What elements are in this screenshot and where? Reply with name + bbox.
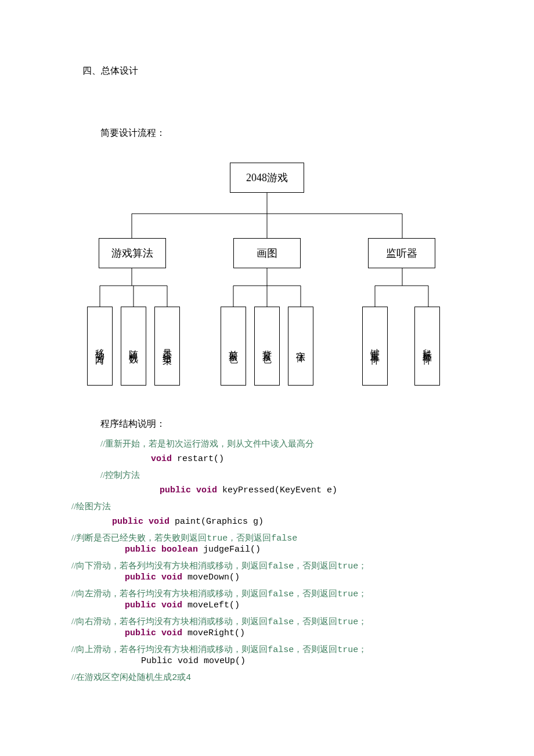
comment-moveleft: //向左滑动，若各行均没有方块相消或移动，则返回false，否则返回true； … <box>71 588 534 599</box>
code-paint: public void paint(Graphics g) <box>112 517 534 527</box>
leaf-keyboard: 键盘事件 <box>362 307 388 386</box>
comment-random24: //在游戏区空闲处随机生成2或4 document.currentScript.… <box>71 672 534 683</box>
comment-moveright: //向右滑动，若各行均没有方块相消或移动，则返回false，否则返回true； … <box>71 616 534 627</box>
code-moveup: Public void moveUp() <box>141 656 534 666</box>
node-algorithm: 游戏算法 <box>99 238 166 268</box>
comment-paint: //绘图方法 <box>71 501 534 512</box>
comment-control: //控制方法 <box>100 470 534 481</box>
code-moveleft: public void moveLeft() <box>125 600 534 610</box>
program-desc-title: 程序结构说明： <box>100 418 534 430</box>
comment-judgefail: //判断是否已经失败，若失败则返回true，否则返回false document… <box>71 532 534 543</box>
connector-top <box>75 193 459 238</box>
connector-bottom <box>75 268 459 307</box>
code-judgefail: public boolean judgeFail() <box>125 545 534 555</box>
section-heading: 四、总体设计 <box>82 65 534 77</box>
tree-leaves: 移动方向 随机数 是否结束 前景色 背景色 字体 键盘事件 鼠标事件 <box>75 307 459 386</box>
flowchart: 2048游戏 游戏算法 画图 监听器 移动方向 随机数 <box>75 163 459 386</box>
leaf-font: 字体 <box>288 307 313 386</box>
node-draw: 画图 <box>233 238 301 268</box>
leaf-end: 是否结束 <box>154 307 180 386</box>
tree-level2: 游戏算法 画图 监听器 <box>99 238 435 268</box>
tree-root: 2048游戏 <box>230 163 304 193</box>
code-moveright: public void moveRight() <box>125 628 534 638</box>
leaf-fgcolor: 前景色 <box>221 307 246 386</box>
code-movedown: public void moveDown() <box>125 573 534 582</box>
leaf-mouse: 鼠标事件 <box>414 307 440 386</box>
comment-restart: //重新开始，若是初次运行游戏，则从文件中读入最高分 <box>100 438 534 449</box>
comment-moveup: //向上滑动，若各行均没有方块相消或移动，则返回false，否则返回true； … <box>71 644 534 655</box>
subheading: 简要设计流程： <box>100 127 534 139</box>
leaf-move-dir: 移动方向 <box>87 307 113 386</box>
node-listener: 监听器 <box>368 238 435 268</box>
leaf-random: 随机数 <box>121 307 146 386</box>
code-keypressed: public void keyPressed(KeyEvent e) <box>160 485 534 495</box>
code-restart: void restart() <box>151 454 534 464</box>
comment-movedown: //向下滑动，若各列均没有方块相消或移动，则返回false，否则返回true； … <box>71 560 534 571</box>
leaf-bgcolor: 背景色 <box>254 307 280 386</box>
